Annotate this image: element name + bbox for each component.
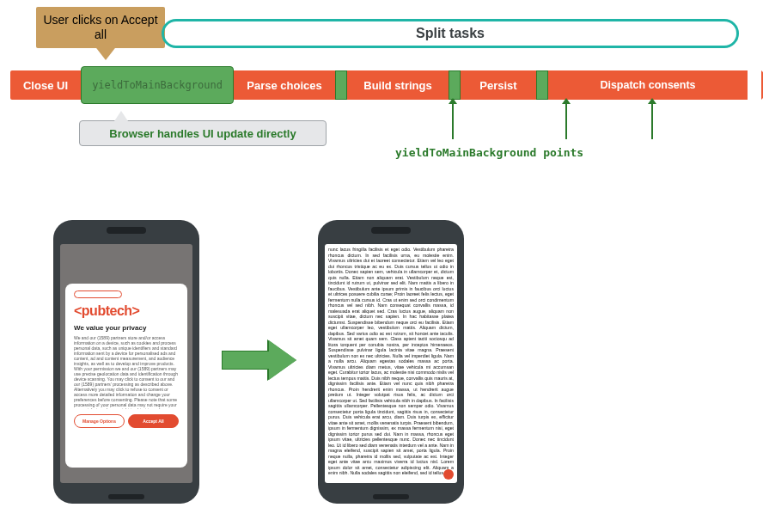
consent-headline: We value your privacy bbox=[74, 324, 179, 332]
phone-after: nunc lacus fringilla facilisis et eget o… bbox=[318, 220, 464, 504]
pubtech-logo: <pubtech> bbox=[74, 303, 179, 319]
transition-arrow-icon bbox=[222, 340, 299, 380]
up-arrow-2-icon bbox=[565, 103, 567, 139]
task-pipeline-row: Close UI yieldToMainBackground Parse cho… bbox=[10, 70, 748, 100]
continue-without-pill[interactable] bbox=[74, 290, 122, 298]
yield-point-1 bbox=[335, 70, 347, 100]
yield-points-text: yieldToMainBackground points bbox=[395, 146, 583, 159]
phone-before: <pubtech> We value your privacy We and o… bbox=[53, 220, 199, 504]
task-close-ui: Close UI bbox=[10, 70, 81, 100]
yield-block-main: yieldToMainBackground bbox=[81, 66, 234, 104]
accept-all-label: Accept All bbox=[143, 419, 163, 424]
phone-after-screen: nunc lacus fringilla facilisis et eget o… bbox=[325, 244, 457, 483]
phone-before-screen: <pubtech> We value your privacy We and o… bbox=[60, 244, 192, 483]
phone-home-icon bbox=[373, 494, 409, 499]
up-arrow-1-icon bbox=[452, 103, 454, 139]
callout-text: User clicks on Accept all bbox=[36, 13, 165, 43]
task-parse-choices: Parse choices bbox=[234, 70, 335, 100]
privacy-badge-icon[interactable] bbox=[443, 469, 454, 480]
accept-all-button[interactable]: Accept All bbox=[128, 414, 179, 428]
split-tasks-label: Split tasks bbox=[416, 26, 485, 41]
up-arrow-3-icon bbox=[651, 103, 653, 139]
phone-home-icon bbox=[108, 494, 144, 499]
yield-point-3 bbox=[536, 70, 548, 100]
manage-options-label: Manage Options bbox=[82, 419, 116, 424]
task-build-strings: Build strings bbox=[347, 70, 449, 100]
phone-notch-icon bbox=[371, 227, 411, 234]
yield-point-2 bbox=[449, 70, 461, 100]
consent-buttons: Manage Options Accept All bbox=[74, 414, 179, 428]
yield-points-label: yieldToMainBackground points bbox=[395, 146, 583, 159]
article-text: nunc lacus fringilla facilisis et eget o… bbox=[325, 244, 457, 483]
task-close-ui-label: Close UI bbox=[23, 79, 68, 92]
task-persist: Persist bbox=[461, 70, 536, 100]
callout-user-click: User clicks on Accept all bbox=[36, 7, 165, 48]
consent-modal: <pubtech> We value your privacy We and o… bbox=[65, 284, 187, 468]
split-tasks-pill: Split tasks bbox=[162, 19, 739, 48]
task-parse-label: Parse choices bbox=[247, 79, 321, 92]
phone-notch-icon bbox=[107, 227, 146, 234]
task-dispatch-label: Dispatch consents bbox=[600, 79, 695, 91]
task-persist-label: Persist bbox=[479, 79, 516, 92]
browser-handles-box: Browser handles UI update directly bbox=[79, 120, 327, 146]
manage-options-button[interactable]: Manage Options bbox=[74, 414, 125, 428]
task-dispatch: Dispatch consents bbox=[548, 70, 748, 100]
consent-body: We and our (1589) partners store and/or … bbox=[74, 335, 179, 409]
task-build-label: Build strings bbox=[363, 79, 431, 92]
browser-handles-label: Browser handles UI update directly bbox=[109, 127, 296, 140]
yield-block-label: yieldToMainBackground bbox=[92, 79, 223, 91]
